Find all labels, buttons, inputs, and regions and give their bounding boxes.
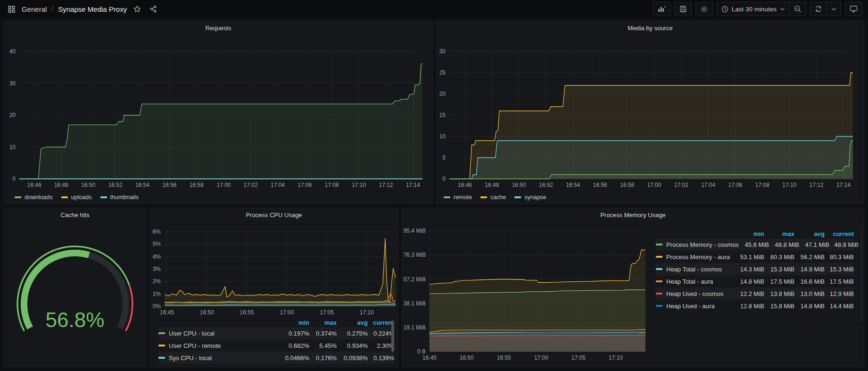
svg-text:17:10: 17:10 (782, 182, 796, 188)
svg-text:16:54: 16:54 (135, 182, 149, 188)
svg-text:16:58: 16:58 (190, 182, 204, 188)
chevron-down-icon (831, 8, 836, 11)
svg-text:17:10: 17:10 (360, 309, 374, 316)
zoom-out-button[interactable] (789, 2, 806, 16)
chevron-down-icon (780, 8, 785, 11)
legend-item-cache[interactable]: cache (480, 194, 506, 201)
cycle-view-button[interactable] (845, 2, 862, 16)
refresh-interval-dropdown[interactable] (827, 2, 841, 16)
legend-header-current[interactable]: current (368, 319, 394, 326)
dashboard-settings-button[interactable] (695, 2, 713, 16)
svg-text:16:52: 16:52 (539, 182, 553, 188)
add-panel-button[interactable] (653, 2, 671, 16)
legend-header-min[interactable]: min (734, 230, 764, 237)
svg-text:0 B: 0 B (417, 348, 426, 355)
svg-text:17:05: 17:05 (320, 309, 334, 316)
svg-text:17:00: 17:00 (647, 182, 661, 188)
svg-text:4%: 4% (153, 253, 161, 260)
svg-text:15: 15 (439, 112, 446, 118)
legend-header-current[interactable]: current (825, 230, 854, 237)
svg-text:16:50: 16:50 (200, 309, 214, 316)
panel-title-requests[interactable]: Requests (4, 25, 432, 32)
svg-text:0%: 0% (153, 303, 161, 310)
svg-text:17:02: 17:02 (674, 182, 688, 188)
memory-legend-scrollbar-track[interactable] (860, 228, 862, 322)
requests-chart[interactable]: 01020304016:4616:4816:5016:5216:5416:561… (4, 21, 432, 203)
svg-text:17:10: 17:10 (609, 354, 623, 361)
svg-text:16:54: 16:54 (566, 182, 580, 188)
svg-text:16:45: 16:45 (160, 309, 174, 316)
svg-text:17:12: 17:12 (810, 182, 824, 188)
breadcrumb: General / Synapse Media Proxy (6, 3, 159, 15)
svg-text:17:06: 17:06 (298, 182, 312, 188)
requests-legend: downloads uploads thumbnails (15, 194, 139, 201)
svg-text:16:55: 16:55 (497, 354, 511, 361)
legend-item-thumbnails[interactable]: thumbnails (100, 194, 139, 201)
svg-text:17:00: 17:00 (216, 182, 231, 188)
star-icon[interactable] (132, 3, 143, 15)
legend-header-max[interactable]: max (309, 319, 337, 326)
legend-header-min[interactable]: min (280, 319, 309, 326)
svg-text:17:12: 17:12 (379, 182, 393, 188)
cpu-legend-header: min max avg current (158, 318, 394, 327)
legend-item-downloads[interactable]: downloads (15, 194, 53, 201)
legend-row-heap-total-aura: Heap Total - aura 14.8 MiB 17.5 MiB 16.6… (656, 275, 854, 287)
refresh-button[interactable] (810, 2, 827, 16)
cpu-legend-table: min max avg current User CPU - local 0.1… (158, 318, 394, 364)
legend-header-avg[interactable]: avg (794, 230, 825, 237)
dashboard-title[interactable]: Synapse Media Proxy (58, 5, 127, 13)
panel-media-by-source: Media by source 05101520253016:4616:4816… (436, 21, 864, 204)
panel-title-media[interactable]: Media by source (437, 25, 864, 32)
svg-text:19.1 MiB: 19.1 MiB (404, 324, 426, 331)
share-icon[interactable] (148, 3, 159, 15)
zoom-out-icon (794, 5, 802, 13)
svg-text:16:45: 16:45 (422, 354, 437, 361)
svg-text:30: 30 (9, 80, 16, 87)
panel-process-cpu: Process CPU Usage 0%1%2%3%4%5%6%16:4516:… (149, 208, 398, 367)
save-dashboard-button[interactable] (675, 2, 692, 16)
svg-text:40: 40 (9, 48, 16, 55)
save-icon (679, 5, 687, 13)
cycle-view-icon (850, 5, 858, 13)
svg-text:20: 20 (9, 112, 16, 118)
dashboard-toolbar: Last 30 minutes (653, 2, 862, 16)
time-range-label: Last 30 minutes (732, 6, 777, 13)
cache-hits-value: 56.8% (4, 308, 146, 332)
legend-header-max[interactable]: max (764, 230, 794, 237)
svg-text:16:48: 16:48 (54, 182, 68, 188)
legend-row-user-cpu-local: User CPU - local 0.197% 0.374% 0.275% 0.… (158, 327, 394, 339)
svg-text:16:56: 16:56 (162, 182, 176, 188)
clock-icon (721, 6, 728, 13)
svg-text:16:58: 16:58 (620, 182, 634, 188)
svg-text:17:14: 17:14 (836, 182, 851, 188)
svg-text:5: 5 (442, 154, 446, 161)
media-by-source-chart[interactable]: 05101520253016:4616:4816:5016:5216:5416:… (437, 21, 864, 203)
svg-text:17:02: 17:02 (244, 182, 258, 188)
panel-title-process-memory[interactable]: Process Memory Usage (402, 211, 864, 219)
svg-text:10: 10 (9, 144, 16, 151)
legend-item-synapse[interactable]: synapse (514, 194, 546, 201)
breadcrumb-folder[interactable]: General (22, 5, 47, 13)
legend-row-sys-cpu-local: Sys CPU - local 0.0466% 0.176% 0.0938% 0… (158, 352, 394, 364)
legend-item-uploads[interactable]: uploads (61, 194, 92, 201)
apps-grid-icon[interactable] (6, 3, 17, 15)
cpu-legend-scrollbar[interactable] (391, 320, 394, 352)
svg-text:3%: 3% (153, 266, 161, 272)
svg-text:17:00: 17:00 (280, 309, 294, 316)
svg-text:16:55: 16:55 (240, 309, 254, 316)
time-range-picker[interactable]: Last 30 minutes (717, 2, 789, 16)
svg-text:17:10: 17:10 (352, 182, 366, 188)
gear-icon (700, 5, 708, 13)
svg-text:6%: 6% (153, 228, 161, 235)
svg-text:16:50: 16:50 (460, 354, 474, 361)
panel-title-process-cpu[interactable]: Process CPU Usage (150, 211, 398, 219)
svg-text:16:46: 16:46 (27, 182, 41, 188)
svg-text:20: 20 (439, 91, 446, 97)
svg-text:16:50: 16:50 (512, 182, 526, 188)
legend-row-heap-total-cosmos: Heap Total - cosmos 14.3 MiB 15.3 MiB 14… (656, 263, 854, 275)
panel-title-cache-hits[interactable]: Cache hits (4, 211, 146, 219)
svg-text:5%: 5% (153, 241, 161, 247)
legend-header-avg[interactable]: avg (337, 319, 368, 326)
legend-row-process-memory-aura: Process Memory - aura 53.1 MiB 80.3 MiB … (656, 251, 854, 263)
legend-item-remote[interactable]: remote (444, 194, 472, 201)
